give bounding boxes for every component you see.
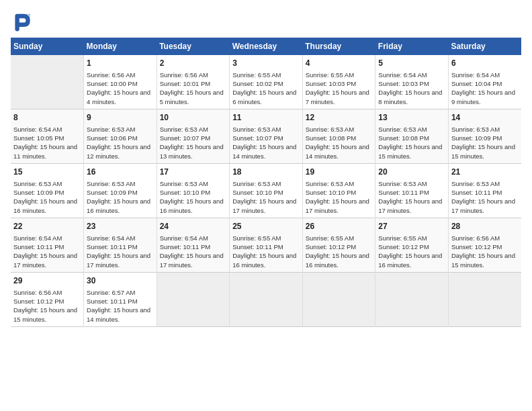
calendar-cell xyxy=(448,272,521,326)
day-sunset: Sunset: 10:12 PM xyxy=(378,242,445,251)
day-number: 21 xyxy=(451,167,519,178)
day-number: 23 xyxy=(87,221,154,232)
calendar-cell: 9 Sunrise: 6:53 AM Sunset: 10:06 PM Dayl… xyxy=(84,109,157,163)
column-header-wednesday: Wednesday xyxy=(230,38,303,55)
calendar-table: SundayMondayTuesdayWednesdayThursdayFrid… xyxy=(11,38,521,327)
day-number: 15 xyxy=(13,167,81,178)
day-sunset: Sunset: 10:10 PM xyxy=(232,188,300,197)
calendar-cell: 22 Sunrise: 6:54 AM Sunset: 10:11 PM Day… xyxy=(11,218,84,272)
calendar-cell: 24 Sunrise: 6:54 AM Sunset: 10:11 PM Day… xyxy=(157,218,230,272)
column-header-sunday: Sunday xyxy=(11,38,84,55)
calendar-cell: 13 Sunrise: 6:53 AM Sunset: 10:08 PM Day… xyxy=(375,109,449,163)
day-sunset: Sunset: 10:11 PM xyxy=(160,242,227,251)
day-sunrise: Sunrise: 6:55 AM xyxy=(232,234,300,242)
day-daylight: Daylight: 15 hours and 17 minutes. xyxy=(306,197,373,215)
day-daylight: Daylight: 15 hours and 16 minutes. xyxy=(232,251,300,269)
day-sunrise: Sunrise: 6:54 AM xyxy=(378,71,445,79)
calendar-cell: 12 Sunrise: 6:53 AM Sunset: 10:08 PM Day… xyxy=(302,109,375,163)
day-sunset: Sunset: 10:05 PM xyxy=(13,134,81,142)
day-daylight: Daylight: 15 hours and 11 minutes. xyxy=(13,142,81,161)
day-daylight: Daylight: 15 hours and 4 minutes. xyxy=(87,88,154,106)
day-sunrise: Sunrise: 6:53 AM xyxy=(232,125,300,134)
calendar-cell: 6 Sunrise: 6:54 AM Sunset: 10:04 PM Dayl… xyxy=(448,55,521,109)
day-sunset: Sunset: 10:11 PM xyxy=(87,297,154,306)
calendar-cell: 15 Sunrise: 6:53 AM Sunset: 10:09 PM Day… xyxy=(11,163,84,218)
day-sunrise: Sunrise: 6:55 AM xyxy=(306,71,373,79)
day-daylight: Daylight: 15 hours and 14 minutes. xyxy=(87,306,154,324)
day-daylight: Daylight: 15 hours and 17 minutes. xyxy=(451,197,519,215)
calendar-week-row: 22 Sunrise: 6:54 AM Sunset: 10:11 PM Day… xyxy=(11,218,521,272)
day-sunset: Sunset: 10:09 PM xyxy=(451,134,519,142)
day-number: 9 xyxy=(87,112,154,124)
day-number: 13 xyxy=(378,112,445,124)
day-sunset: Sunset: 10:08 PM xyxy=(378,134,445,142)
day-number: 11 xyxy=(232,112,300,124)
day-daylight: Daylight: 15 hours and 8 minutes. xyxy=(378,88,445,106)
day-sunset: Sunset: 10:12 PM xyxy=(451,242,519,251)
calendar-cell: 2 Sunrise: 6:56 AM Sunset: 10:01 PM Dayl… xyxy=(157,55,230,109)
logo-icon xyxy=(11,11,32,32)
day-sunset: Sunset: 10:11 PM xyxy=(87,242,154,251)
day-sunrise: Sunrise: 6:54 AM xyxy=(13,234,81,242)
calendar-cell: 1 Sunrise: 6:56 AM Sunset: 10:00 PM Dayl… xyxy=(84,55,157,109)
day-number: 2 xyxy=(160,58,227,69)
calendar-cell xyxy=(375,272,449,326)
calendar-cell: 29 Sunrise: 6:56 AM Sunset: 10:12 PM Day… xyxy=(11,272,84,326)
day-sunrise: Sunrise: 6:53 AM xyxy=(160,125,227,134)
day-daylight: Daylight: 15 hours and 16 minutes. xyxy=(87,197,154,215)
page-header xyxy=(11,11,521,32)
day-number: 4 xyxy=(306,58,373,69)
day-sunset: Sunset: 10:03 PM xyxy=(378,79,445,88)
day-sunrise: Sunrise: 6:53 AM xyxy=(451,179,519,188)
day-number: 19 xyxy=(306,167,373,178)
day-number: 26 xyxy=(306,221,373,232)
day-daylight: Daylight: 15 hours and 17 minutes. xyxy=(13,251,81,269)
day-sunrise: Sunrise: 6:53 AM xyxy=(87,125,154,134)
day-sunset: Sunset: 10:12 PM xyxy=(306,242,373,251)
day-number: 5 xyxy=(378,58,445,69)
day-number: 25 xyxy=(232,221,300,232)
calendar-week-row: 29 Sunrise: 6:56 AM Sunset: 10:12 PM Day… xyxy=(11,272,521,326)
day-sunrise: Sunrise: 6:53 AM xyxy=(160,179,227,188)
calendar-week-row: 1 Sunrise: 6:56 AM Sunset: 10:00 PM Dayl… xyxy=(11,55,521,109)
calendar-cell: 28 Sunrise: 6:56 AM Sunset: 10:12 PM Day… xyxy=(448,218,521,272)
calendar-week-row: 15 Sunrise: 6:53 AM Sunset: 10:09 PM Day… xyxy=(11,163,521,218)
calendar-header-row: SundayMondayTuesdayWednesdayThursdayFrid… xyxy=(11,38,521,55)
day-sunrise: Sunrise: 6:54 AM xyxy=(451,71,519,79)
day-sunset: Sunset: 10:07 PM xyxy=(160,134,227,142)
day-sunrise: Sunrise: 6:53 AM xyxy=(306,125,373,134)
calendar-cell xyxy=(11,55,84,109)
day-daylight: Daylight: 15 hours and 7 minutes. xyxy=(306,88,373,106)
day-daylight: Daylight: 15 hours and 17 minutes. xyxy=(160,251,227,269)
calendar-cell: 3 Sunrise: 6:55 AM Sunset: 10:02 PM Dayl… xyxy=(230,55,303,109)
day-daylight: Daylight: 15 hours and 15 minutes. xyxy=(451,251,519,269)
day-number: 1 xyxy=(87,58,154,69)
day-sunrise: Sunrise: 6:53 AM xyxy=(306,179,373,188)
day-number: 8 xyxy=(13,112,81,124)
day-daylight: Daylight: 15 hours and 16 minutes. xyxy=(306,251,373,269)
day-sunset: Sunset: 10:10 PM xyxy=(160,188,227,197)
calendar-cell: 14 Sunrise: 6:53 AM Sunset: 10:09 PM Day… xyxy=(448,109,521,163)
day-daylight: Daylight: 15 hours and 14 minutes. xyxy=(306,142,373,161)
day-sunset: Sunset: 10:06 PM xyxy=(87,134,154,142)
column-header-friday: Friday xyxy=(375,38,449,55)
day-number: 27 xyxy=(378,221,445,232)
day-number: 16 xyxy=(87,167,154,178)
day-sunrise: Sunrise: 6:53 AM xyxy=(13,179,81,188)
calendar-cell: 19 Sunrise: 6:53 AM Sunset: 10:10 PM Day… xyxy=(302,163,375,218)
day-sunrise: Sunrise: 6:53 AM xyxy=(232,179,300,188)
calendar-cell xyxy=(230,272,303,326)
column-header-monday: Monday xyxy=(84,38,157,55)
calendar-cell: 5 Sunrise: 6:54 AM Sunset: 10:03 PM Dayl… xyxy=(375,55,449,109)
day-sunset: Sunset: 10:09 PM xyxy=(87,188,154,197)
calendar-cell: 16 Sunrise: 6:53 AM Sunset: 10:09 PM Day… xyxy=(84,163,157,218)
day-sunset: Sunset: 10:11 PM xyxy=(378,188,445,197)
day-sunrise: Sunrise: 6:53 AM xyxy=(378,179,445,188)
day-sunrise: Sunrise: 6:55 AM xyxy=(306,234,373,242)
day-daylight: Daylight: 15 hours and 16 minutes. xyxy=(378,251,445,269)
calendar-cell: 27 Sunrise: 6:55 AM Sunset: 10:12 PM Day… xyxy=(375,218,449,272)
calendar-cell xyxy=(302,272,375,326)
day-number: 28 xyxy=(451,221,519,232)
day-number: 30 xyxy=(87,275,154,287)
calendar-cell: 10 Sunrise: 6:53 AM Sunset: 10:07 PM Day… xyxy=(157,109,230,163)
